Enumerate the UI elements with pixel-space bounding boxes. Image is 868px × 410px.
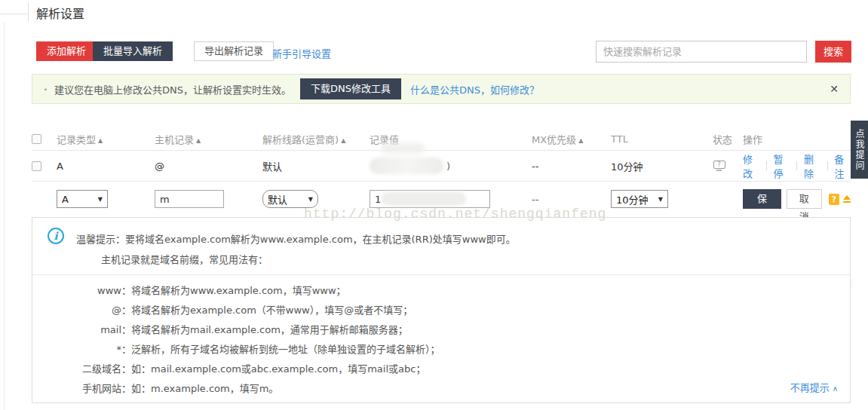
sort-asc-icon[interactable]: ▲ (578, 137, 583, 144)
search-input[interactable] (596, 41, 807, 63)
header-line[interactable]: 解析线路(运营商)▲ (262, 132, 370, 146)
tips-panel: i 温馨提示：要将域名example.com解析为www.example.com… (32, 217, 851, 403)
list-item: @ ：将域名解析为example.com（不带www），填写@或者不填写； (32, 304, 850, 317)
list-item: * ：泛解析，所有子域名均被解析到统一地址（除单独设置的子域名解析）； (32, 343, 850, 356)
modify-link[interactable]: 修改 (743, 151, 759, 180)
header-host-record[interactable]: 主机记录▲ (155, 132, 262, 146)
select-all-checkbox[interactable] (32, 134, 41, 144)
tip-usage-list: www ：将域名解析为www.example.com，填写www； @ ：将域名… (32, 284, 850, 402)
edit-row: A ▼ 默认 ▼ -- 1 (32, 182, 851, 216)
page-title: 解析设置 (36, 4, 84, 22)
search-button[interactable]: 搜索 (815, 41, 851, 63)
notice-text: 建议您在电脑上修改公共DNS，让解析设置实时生效。 (54, 82, 291, 96)
batch-import-button[interactable]: 批量导入解析 (93, 41, 173, 61)
edit-mx-priority: -- (532, 194, 611, 205)
collapse-icon[interactable] (843, 195, 851, 203)
sort-asc-icon[interactable]: ▲ (341, 137, 345, 144)
cell-mx-priority: -- (532, 161, 611, 172)
records-table: 记录类型▲ 主机记录▲ 解析线路(运营商)▲ 记录值 MX优先级▲ TTL 状态… (32, 128, 851, 216)
row-checkbox[interactable] (32, 161, 41, 171)
header-record-type[interactable]: 记录类型▲ (57, 132, 155, 146)
dns-settings-page: 解析设置 添加解析 批量导入解析 导出解析记录 新手引导设置 搜索 · 建议您在… (0, 0, 868, 410)
delete-link[interactable]: 删除 (804, 151, 820, 180)
chevron-up-icon: ∧ (833, 384, 838, 393)
chevron-down-icon: ▼ (658, 196, 663, 203)
title-top-rule (0, 14, 28, 14)
what-is-public-dns-link[interactable]: 什么是公共DNS，如何修改？ (410, 82, 539, 96)
cell-record-type: A (57, 161, 155, 172)
table-row: A @ 默认 ) -- 10分钟 ? 修改 暂停 删除 (32, 151, 851, 182)
list-item: www ：将域名解析为www.example.com，填写www； (32, 284, 850, 297)
cell-line: 默认 (262, 159, 370, 173)
sort-asc-icon[interactable]: ▲ (196, 137, 201, 144)
pause-link[interactable]: 暂停 (773, 151, 790, 180)
download-dns-tool-button[interactable]: 下载DNS修改工具 (300, 78, 401, 99)
cell-record-value: ) (370, 158, 532, 174)
cell-host-record: @ (155, 161, 262, 172)
record-type-select[interactable]: A ▼ (57, 190, 108, 208)
tip-line2: 主机记录就是域名前缀，常见用法有： (101, 252, 268, 266)
panel-left-border (4, 23, 5, 410)
cancel-button[interactable]: 取消 (787, 189, 822, 209)
close-icon[interactable]: ✕ (830, 83, 839, 95)
table-header-row: 记录类型▲ 主机记录▲ 解析线路(运营商)▲ 记录值 MX优先级▲ TTL 状态… (32, 128, 851, 151)
dns-notice-banner: · 建议您在电脑上修改公共DNS，让解析设置实时生效。 下载DNS修改工具 什么… (32, 74, 851, 104)
dismiss-tips-link[interactable]: 不再提示∧ (790, 380, 838, 394)
tip-line1: 温馨提示：要将域名example.com解析为www.example.com，在… (76, 231, 516, 246)
sort-asc-icon[interactable]: ▲ (98, 137, 103, 144)
list-item: 二级域名 ：如：mail.example.com或abc.example.com… (32, 363, 850, 375)
help-icon[interactable]: ? (829, 194, 839, 205)
header-status: 状态 (713, 132, 743, 146)
export-records-button[interactable]: 导出解析记录 (194, 41, 274, 61)
ttl-select[interactable]: 10分钟 ▼ (611, 190, 668, 208)
title-divider (28, 2, 29, 22)
host-record-input[interactable] (155, 190, 224, 208)
header-ttl: TTL (611, 133, 713, 145)
remark-link[interactable]: 备注 (834, 151, 851, 180)
cell-ttl: 10分钟 (611, 159, 713, 173)
redacted-value (370, 158, 443, 174)
chevron-down-icon: ▼ (98, 196, 103, 203)
status-question-glyph: ? (713, 161, 725, 169)
tip-divider (32, 274, 850, 275)
record-value-input[interactable] (370, 190, 490, 208)
save-button[interactable]: 保存 (743, 189, 781, 209)
header-mx-priority[interactable]: MX优先级▲ (532, 132, 611, 146)
ask-question-tab[interactable]: 点我提问 (851, 121, 868, 179)
record-value-suffix: ) (446, 161, 450, 172)
add-record-button[interactable]: 添加解析 (36, 41, 97, 61)
notice-bullet-icon: · (44, 84, 48, 95)
beginner-guide-link[interactable]: 新手引导设置 (272, 46, 331, 60)
list-item: mail ：将域名解析为mail.example.com，通常用于解析邮箱服务器… (32, 323, 850, 336)
info-icon: i (48, 228, 64, 244)
chevron-down-icon: ▼ (308, 196, 313, 203)
header-actions: 操作 (743, 132, 851, 146)
line-select[interactable]: 默认 ▼ (262, 190, 318, 208)
status-monitor-help-icon[interactable]: ? (713, 161, 725, 172)
header-record-value: 记录值 (370, 132, 532, 146)
list-item: 手机网站 ：如：m.example.com，填写m。 (32, 382, 850, 395)
